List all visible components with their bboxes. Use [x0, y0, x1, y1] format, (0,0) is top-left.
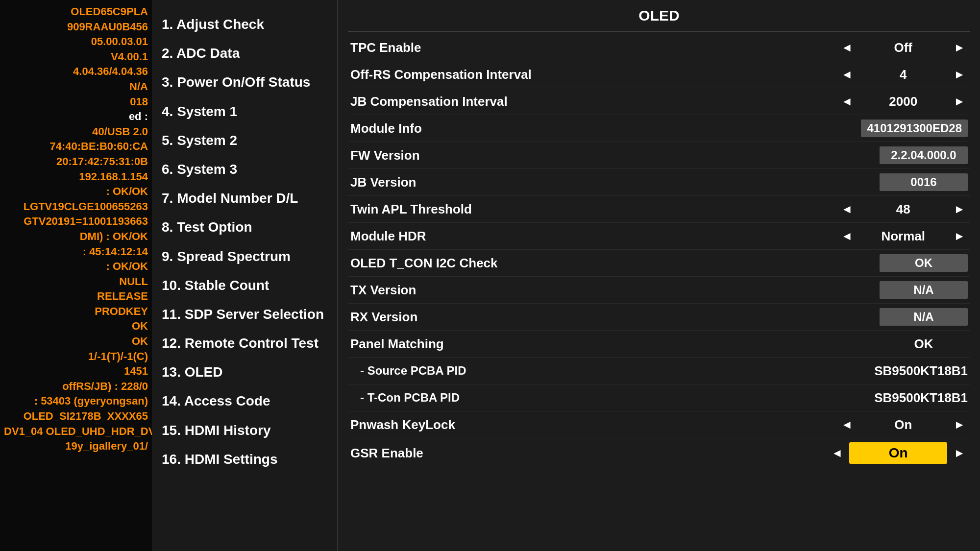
setting-value-11: OK — [880, 336, 968, 352]
info-line: N/A — [4, 80, 148, 94]
menu-item-12[interactable]: 12. Remote Control Test — [159, 329, 330, 358]
setting-label-3: Module Info — [350, 121, 811, 136]
menu-item-9[interactable]: 9. Spread Spectrum — [159, 242, 330, 271]
right-header: OLED — [348, 0, 970, 32]
setting-row-4: FW Version2.2.04.000.0 — [348, 142, 970, 169]
info-line: 909RAAU0B456 — [4, 20, 148, 34]
arrow-left-6[interactable]: ◄ — [838, 202, 855, 216]
setting-label-7: Module HDR — [350, 229, 811, 244]
arrow-left-14[interactable]: ◄ — [838, 418, 855, 431]
setting-row-6: Twin APL Threshold◄48► — [348, 196, 970, 223]
arrow-right-15[interactable]: ► — [951, 446, 968, 460]
setting-label-8: OLED T_CON I2C Check — [350, 256, 811, 271]
arrow-right-0[interactable]: ► — [951, 41, 968, 54]
setting-value-5: 0016 — [880, 173, 968, 191]
menu-item-6[interactable]: 6. System 3 — [159, 155, 330, 184]
arrow-right-6[interactable]: ► — [951, 202, 968, 216]
setting-value-container-6: ◄48► — [811, 202, 968, 217]
menu-item-4[interactable]: 4. System 1 — [159, 97, 330, 126]
setting-value-container-2: ◄2000► — [811, 94, 968, 109]
info-line: PRODKEY — [4, 305, 148, 319]
menu-item-1[interactable]: 1. Adjust Check — [159, 10, 330, 39]
setting-row-10: RX VersionN/A — [348, 304, 970, 331]
setting-label-2: JB Compensation Interval — [350, 94, 811, 109]
menu-item-7[interactable]: 7. Model Number D/L — [159, 184, 330, 213]
middle-panel: 1. Adjust Check2. ADC Data3. Power On/Of… — [152, 0, 338, 551]
setting-value-4: 2.2.04.000.0 — [880, 146, 968, 164]
info-line: OK — [4, 319, 148, 334]
info-line: 19y_igallery_01/ — [4, 439, 148, 454]
setting-value-container-9: N/A — [811, 281, 968, 299]
menu-item-16[interactable]: 16. HDMI Settings — [159, 445, 330, 474]
setting-label-12: - Source PCBA PID — [350, 364, 466, 378]
setting-label-0: TPC Enable — [350, 40, 811, 55]
menu-item-15[interactable]: 15. HDMI History — [159, 416, 330, 445]
setting-label-4: FW Version — [350, 148, 811, 163]
info-line: : 53403 (gyeryongsan) — [4, 394, 148, 408]
setting-value-9: N/A — [880, 281, 968, 299]
setting-value-container-5: 0016 — [811, 173, 968, 191]
info-line: 018 — [4, 95, 148, 109]
setting-row-12: - Source PCBA PIDSB9500KT18B1 — [348, 358, 970, 384]
right-panel: OLED TPC Enable◄Off►Off-RS Compensation … — [338, 0, 980, 551]
setting-value-2: 2000 — [859, 94, 947, 109]
arrow-left-1[interactable]: ◄ — [838, 68, 855, 81]
setting-label-5: JB Version — [350, 175, 811, 190]
info-line: offRS/JB) : 228/0 — [4, 380, 148, 394]
arrow-right-2[interactable]: ► — [951, 95, 968, 108]
info-line: 1/-1(T)/-1(C) — [4, 350, 148, 364]
setting-value-container-0: ◄Off► — [811, 40, 968, 55]
arrow-left-15[interactable]: ◄ — [829, 446, 845, 460]
arrow-left-7[interactable]: ◄ — [838, 229, 855, 243]
setting-value-7: Normal — [859, 229, 947, 244]
setting-value-12: SB9500KT18B1 — [874, 363, 968, 379]
info-line: 40/USB 2.0 — [4, 125, 148, 139]
arrow-left-2[interactable]: ◄ — [838, 95, 855, 108]
setting-row-8: OLED T_CON I2C CheckOK — [348, 250, 970, 277]
arrow-right-1[interactable]: ► — [951, 68, 968, 81]
info-line: GTV20191=11001193663 — [4, 215, 148, 229]
setting-label-1: Off-RS Compensation Interval — [350, 67, 811, 82]
menu-item-14[interactable]: 14. Access Code — [159, 386, 330, 415]
setting-value-container-4: 2.2.04.000.0 — [811, 146, 968, 164]
info-line: : OK/OK — [4, 260, 148, 274]
info-line: 4.04.36/4.04.36 — [4, 65, 148, 79]
info-line: 05.00.03.01 — [4, 35, 148, 49]
setting-value-container-14: ◄On► — [811, 417, 968, 432]
menu-item-5[interactable]: 5. System 2 — [159, 126, 330, 155]
arrow-right-7[interactable]: ► — [951, 229, 968, 243]
menu-item-2[interactable]: 2. ADC Data — [159, 39, 330, 68]
setting-row-13: - T-Con PCBA PIDSB9500KT18B1 — [348, 384, 970, 411]
info-line: 1451 — [4, 364, 148, 379]
setting-row-1: Off-RS Compensation Interval◄4► — [348, 61, 970, 88]
menu-item-13[interactable]: 13. OLED — [159, 358, 330, 386]
setting-value-container-11: OK — [811, 336, 968, 352]
info-line: : 45:14:12:14 — [4, 245, 148, 259]
setting-value-6: 48 — [859, 202, 947, 217]
setting-row-14: Pnwash KeyLock◄On► — [348, 411, 970, 438]
menu-item-3[interactable]: 3. Power On/Off Status — [159, 68, 330, 96]
setting-label-9: TX Version — [350, 283, 811, 298]
menu-item-11[interactable]: 11. SDP Server Selection — [159, 300, 330, 329]
setting-row-15: GSR Enable◄On► — [348, 438, 970, 468]
arrow-right-14[interactable]: ► — [951, 418, 968, 431]
menu-item-8[interactable]: 8. Test Option — [159, 213, 330, 241]
left-panel: OLED65C9PLA909RAAU0B45605.00.03.01V4.00.… — [0, 0, 152, 551]
setting-row-11: Panel MatchingOK — [348, 331, 970, 358]
info-line: 192.168.1.154 — [4, 170, 148, 184]
setting-row-5: JB Version0016 — [348, 169, 970, 196]
info-line: OK — [4, 335, 148, 349]
menu-item-10[interactable]: 10. Stable Count — [159, 271, 330, 300]
setting-value-container-3: 4101291300ED28 — [811, 120, 968, 137]
setting-value-13: SB9500KT18B1 — [874, 390, 968, 406]
setting-value-container-10: N/A — [811, 308, 968, 326]
setting-row-3: Module Info4101291300ED28 — [348, 115, 970, 142]
setting-value-1: 4 — [859, 67, 947, 82]
info-line: 74:40:BE:B0:60:CA — [4, 140, 148, 154]
setting-value-14: On — [859, 417, 947, 432]
setting-row-7: Module HDR◄Normal► — [348, 223, 970, 250]
arrow-left-0[interactable]: ◄ — [838, 41, 855, 54]
setting-value-container-1: ◄4► — [811, 67, 968, 82]
info-line: ed : — [4, 110, 148, 124]
info-line: DV1_04 OLED_UHD_HDR_DV2_05 — [4, 425, 148, 439]
